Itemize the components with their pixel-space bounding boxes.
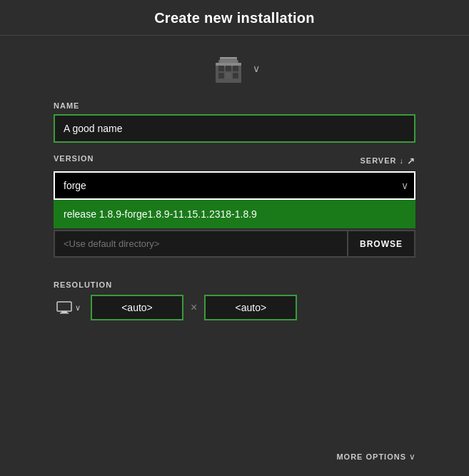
name-input[interactable] bbox=[54, 114, 415, 143]
resolution-width-input[interactable] bbox=[91, 295, 183, 320]
download-icon: ↓ bbox=[400, 156, 405, 165]
version-dropdown-option[interactable]: release 1.8.9-forge1.8.9-11.15.1.2318-1.… bbox=[54, 200, 415, 228]
resolution-controls: ∨ × bbox=[54, 295, 415, 320]
svg-rect-7 bbox=[218, 73, 224, 79]
directory-input[interactable] bbox=[54, 230, 347, 258]
resolution-label: RESOLUTION bbox=[54, 280, 415, 289]
more-options-row[interactable]: MORE OPTIONS ∨ bbox=[54, 437, 415, 462]
svg-rect-6 bbox=[233, 66, 238, 71]
svg-rect-8 bbox=[226, 73, 231, 79]
monitor-chevron-icon: ∨ bbox=[75, 303, 81, 313]
version-input[interactable] bbox=[54, 171, 415, 200]
browse-button[interactable]: BROWSE bbox=[347, 230, 415, 258]
create-installation-dialog: Create new installation ∨ bbox=[0, 0, 469, 476]
svg-rect-12 bbox=[61, 311, 67, 313]
name-field-group: NAME bbox=[54, 101, 415, 143]
directory-row: BROWSE bbox=[54, 230, 415, 258]
svg-rect-10 bbox=[220, 57, 237, 59]
svg-rect-11 bbox=[57, 302, 71, 311]
resolution-field-group: RESOLUTION ∨ × bbox=[54, 280, 415, 320]
version-select-wrapper: ∨ bbox=[54, 171, 415, 200]
dialog-title: Create new installation bbox=[14, 10, 455, 26]
minecraft-block-icon[interactable] bbox=[210, 50, 247, 87]
version-field-group: VERSION SERVER ↓ ↗ ∨ release 1.8.9-forge… bbox=[54, 154, 415, 258]
version-label: VERSION bbox=[54, 154, 94, 163]
svg-rect-13 bbox=[60, 313, 69, 314]
name-label: NAME bbox=[54, 101, 415, 110]
svg-rect-3 bbox=[216, 63, 241, 66]
times-symbol: × bbox=[191, 301, 197, 314]
server-label: SERVER bbox=[360, 156, 396, 165]
monitor-select[interactable]: ∨ bbox=[54, 298, 84, 317]
svg-rect-5 bbox=[226, 66, 231, 71]
external-link-icon: ↗ bbox=[407, 156, 415, 166]
icon-dropdown-chevron[interactable]: ∨ bbox=[253, 63, 260, 74]
dialog-body: ∨ NAME VERSION SERVER ↓ ↗ ∨ release 1.8 bbox=[0, 36, 469, 476]
monitor-icon bbox=[56, 301, 72, 314]
more-options-chevron-icon: ∨ bbox=[409, 452, 415, 462]
svg-rect-9 bbox=[233, 73, 238, 79]
resolution-height-input[interactable] bbox=[204, 295, 297, 320]
dialog-header: Create new installation bbox=[0, 0, 469, 36]
more-options-label: MORE OPTIONS bbox=[336, 452, 406, 461]
svg-rect-4 bbox=[218, 66, 224, 71]
version-header-row: VERSION SERVER ↓ ↗ bbox=[54, 154, 415, 167]
icon-area: ∨ bbox=[54, 50, 415, 87]
server-link[interactable]: SERVER ↓ ↗ bbox=[360, 156, 415, 166]
